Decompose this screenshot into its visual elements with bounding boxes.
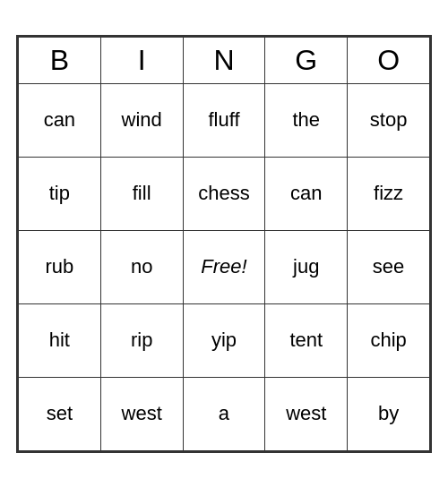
- bingo-row-1: tipfillchesscanfizz: [19, 157, 430, 230]
- bingo-cell-0-2: fluff: [183, 83, 265, 157]
- bingo-cell-0-1: wind: [100, 83, 183, 157]
- bingo-cell-1-1: fill: [100, 157, 183, 230]
- bingo-cell-2-3: jug: [265, 230, 348, 303]
- bingo-cell-0-3: the: [265, 83, 348, 157]
- bingo-cell-3-4: chip: [348, 303, 430, 377]
- bingo-cell-4-2: a: [183, 377, 265, 450]
- bingo-cell-4-4: by: [348, 377, 430, 450]
- header-cell-o: O: [348, 37, 430, 83]
- bingo-cell-2-2: Free!: [183, 230, 265, 303]
- bingo-cell-0-0: can: [19, 83, 101, 157]
- bingo-table: BINGO canwindfluffthestoptipfillchesscan…: [18, 37, 430, 451]
- header-cell-i: I: [100, 37, 183, 83]
- bingo-cell-4-0: set: [19, 377, 101, 450]
- bingo-row-3: hitripyiptentchip: [19, 303, 430, 377]
- bingo-cell-0-4: stop: [348, 83, 430, 157]
- bingo-cell-2-1: no: [100, 230, 183, 303]
- bingo-row-2: rubnoFree!jugsee: [19, 230, 430, 303]
- bingo-cell-2-0: rub: [19, 230, 101, 303]
- bingo-cell-3-1: rip: [100, 303, 183, 377]
- bingo-cell-4-1: west: [100, 377, 183, 450]
- bingo-cell-3-2: yip: [183, 303, 265, 377]
- header-cell-n: N: [183, 37, 265, 83]
- bingo-cell-1-0: tip: [19, 157, 101, 230]
- bingo-cell-3-3: tent: [265, 303, 348, 377]
- header-cell-g: G: [265, 37, 348, 83]
- bingo-cell-1-4: fizz: [348, 157, 430, 230]
- header-cell-b: B: [19, 37, 101, 83]
- bingo-cell-2-4: see: [348, 230, 430, 303]
- bingo-row-4: setwestawestby: [19, 377, 430, 450]
- header-row: BINGO: [19, 37, 430, 83]
- bingo-row-0: canwindfluffthestop: [19, 83, 430, 157]
- bingo-card: BINGO canwindfluffthestoptipfillchesscan…: [16, 35, 432, 453]
- bingo-cell-4-3: west: [265, 377, 348, 450]
- bingo-cell-3-0: hit: [19, 303, 101, 377]
- bingo-cell-1-2: chess: [183, 157, 265, 230]
- bingo-cell-1-3: can: [265, 157, 348, 230]
